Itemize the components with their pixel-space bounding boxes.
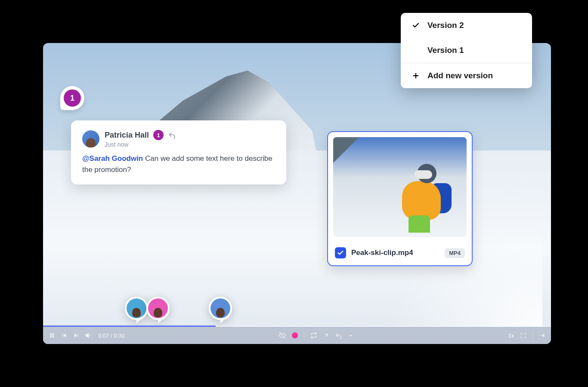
visibility-off-icon[interactable]: [279, 332, 286, 339]
step-forward-icon[interactable]: [73, 332, 79, 338]
playback-speed[interactable]: 1x: [508, 332, 514, 339]
comment-header: Patricia Hall 1 Just now: [82, 130, 275, 148]
pause-icon[interactable]: [49, 332, 55, 338]
add-version-label: Add new version: [427, 71, 493, 80]
comment-card[interactable]: Patricia Hall 1 Just now @Sarah Goodwin …: [71, 120, 286, 184]
comment-tool-icon[interactable]: [335, 332, 342, 339]
svg-line-8: [325, 334, 328, 337]
version-label: Version 1: [427, 46, 464, 55]
progress-fill: [43, 326, 216, 327]
comment-author-avatar[interactable]: [82, 130, 99, 147]
svg-marker-6: [86, 333, 88, 337]
comment-pin[interactable]: 1: [60, 86, 84, 110]
comment-count-badge: 1: [153, 130, 164, 140]
svg-marker-4: [74, 333, 77, 337]
fullscreen-icon[interactable]: [520, 332, 526, 339]
video-player: 1 Patricia Hall 1 Just now @Sarah Goodwi…: [43, 43, 551, 344]
svg-rect-0: [50, 333, 52, 338]
svg-rect-5: [77, 333, 78, 337]
comment-author: Patricia Hall: [105, 131, 149, 140]
chevron-down-icon[interactable]: [348, 333, 353, 338]
step-back-icon[interactable]: [61, 332, 67, 338]
asset-checkbox[interactable]: [335, 247, 346, 258]
version-dropdown: Version 2 Version 1 Add new version: [401, 13, 532, 88]
comment-body: @Sarah Goodwin Can we add some text here…: [82, 153, 275, 175]
plus-icon: [411, 72, 421, 80]
version-item-2[interactable]: Version 2: [401, 13, 532, 38]
time-display: 0:07 / 0:30: [98, 332, 124, 339]
svg-marker-2: [63, 333, 66, 337]
version-item-1[interactable]: Version 1: [401, 38, 532, 63]
timeline-marker[interactable]: [209, 297, 232, 323]
asset-format-badge: MP4: [445, 248, 465, 258]
loop-icon[interactable]: [310, 332, 317, 339]
comment-timestamp: Just now: [105, 141, 176, 148]
progress-bar[interactable]: [43, 326, 551, 327]
reply-thread-icon[interactable]: [168, 131, 176, 139]
player-controls: 0:07 / 0:30 1x: [43, 327, 551, 344]
volume-icon[interactable]: [85, 332, 92, 339]
svg-rect-3: [62, 333, 63, 337]
timeline-comment-markers: [43, 297, 551, 322]
version-label: Version 2: [427, 21, 464, 30]
comment-mention[interactable]: @Sarah Goodwin: [82, 154, 143, 163]
svg-rect-1: [53, 333, 54, 338]
comment-pin-number: 1: [64, 89, 81, 107]
annotation-color-dot[interactable]: [292, 332, 298, 338]
timeline-marker[interactable]: [146, 297, 170, 323]
skip-to-end-icon[interactable]: [539, 332, 545, 338]
asset-card[interactable]: Peak-ski-clip.mp4 MP4: [327, 131, 473, 266]
asset-thumbnail: [328, 132, 472, 242]
expand-icon[interactable]: [323, 332, 329, 338]
timeline-marker[interactable]: [125, 297, 148, 323]
asset-filename: Peak-ski-clip.mp4: [351, 249, 439, 257]
check-icon: [411, 22, 421, 29]
add-version-item[interactable]: Add new version: [401, 63, 532, 88]
